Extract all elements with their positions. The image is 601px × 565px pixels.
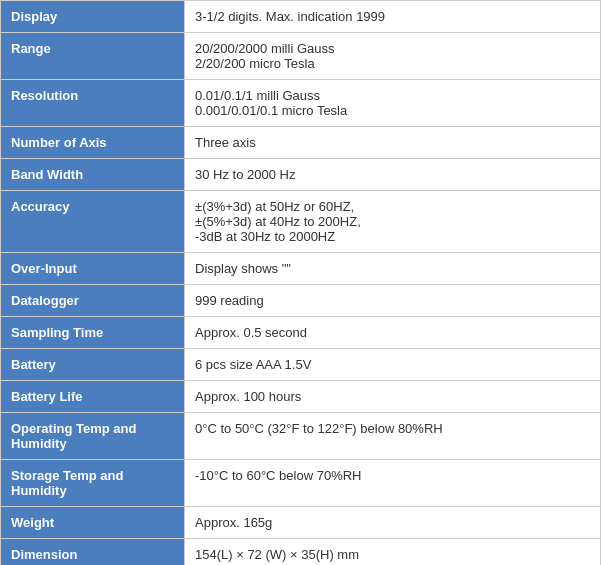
row-sampling-time: Sampling TimeApprox. 0.5 second [1,317,601,349]
label-operating-temp: Operating Temp and Humidity [1,413,185,460]
row-display: Display3-1/2 digits. Max. indication 199… [1,1,601,33]
row-battery: Battery6 pcs size AAA 1.5V [1,349,601,381]
label-resolution: Resolution [1,80,185,127]
specs-table: Display3-1/2 digits. Max. indication 199… [0,0,601,565]
row-weight: WeightApprox. 165g [1,507,601,539]
label-band-width: Band Width [1,159,185,191]
row-over-input: Over-InputDisplay shows "" [1,253,601,285]
row-datalogger: Datalogger999 reading [1,285,601,317]
row-resolution: Resolution0.01/0.1/1 milli Gauss0.001/0.… [1,80,601,127]
value-operating-temp: 0°C to 50°C (32°F to 122°F) below 80%RH [185,413,601,460]
row-dimension: Dimension154(L) × 72 (W) × 35(H) mm [1,539,601,566]
label-display: Display [1,1,185,33]
value-sampling-time: Approx. 0.5 second [185,317,601,349]
value-resolution: 0.01/0.1/1 milli Gauss0.001/0.01/0.1 mic… [185,80,601,127]
row-number-of-axis: Number of AxisThree axis [1,127,601,159]
row-battery-life: Battery LifeApprox. 100 hours [1,381,601,413]
label-dimension: Dimension [1,539,185,566]
value-battery-life: Approx. 100 hours [185,381,601,413]
value-band-width: 30 Hz to 2000 Hz [185,159,601,191]
value-storage-temp: -10°C to 60°C below 70%RH [185,460,601,507]
label-number-of-axis: Number of Axis [1,127,185,159]
row-operating-temp: Operating Temp and Humidity0°C to 50°C (… [1,413,601,460]
value-battery: 6 pcs size AAA 1.5V [185,349,601,381]
value-dimension: 154(L) × 72 (W) × 35(H) mm [185,539,601,566]
row-storage-temp: Storage Temp and Humidity-10°C to 60°C b… [1,460,601,507]
row-accuracy: Accuracy±(3%+3d) at 50Hz or 60HZ,±(5%+3d… [1,191,601,253]
label-weight: Weight [1,507,185,539]
label-storage-temp: Storage Temp and Humidity [1,460,185,507]
value-range: 20/200/2000 milli Gauss2/20/200 micro Te… [185,33,601,80]
value-display: 3-1/2 digits. Max. indication 1999 [185,1,601,33]
label-datalogger: Datalogger [1,285,185,317]
value-weight: Approx. 165g [185,507,601,539]
row-range: Range20/200/2000 milli Gauss2/20/200 mic… [1,33,601,80]
value-accuracy: ±(3%+3d) at 50Hz or 60HZ,±(5%+3d) at 40H… [185,191,601,253]
label-over-input: Over-Input [1,253,185,285]
value-datalogger: 999 reading [185,285,601,317]
label-battery: Battery [1,349,185,381]
label-battery-life: Battery Life [1,381,185,413]
value-number-of-axis: Three axis [185,127,601,159]
row-band-width: Band Width30 Hz to 2000 Hz [1,159,601,191]
label-sampling-time: Sampling Time [1,317,185,349]
label-range: Range [1,33,185,80]
value-over-input: Display shows "" [185,253,601,285]
label-accuracy: Accuracy [1,191,185,253]
